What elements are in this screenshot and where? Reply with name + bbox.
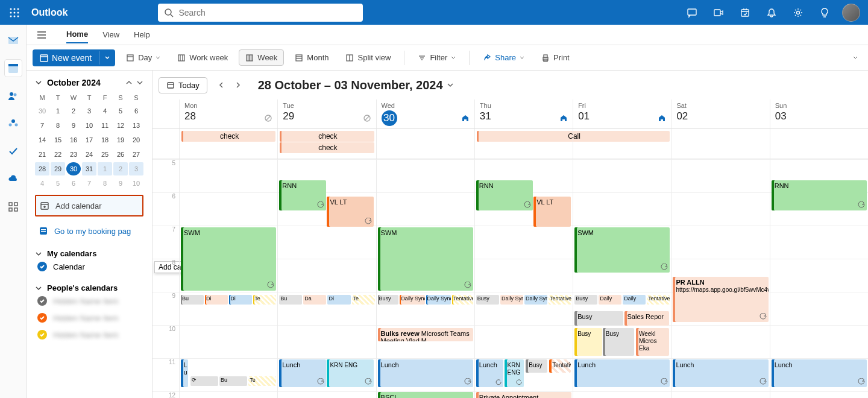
- today-button[interactable]: Today: [159, 77, 207, 93]
- mini-cal-day[interactable]: 18: [98, 133, 112, 147]
- mini-cal-day[interactable]: 2: [113, 162, 128, 175]
- date-range[interactable]: 28 October – 03 November, 2024: [258, 78, 454, 92]
- settings-icon[interactable]: [786, 0, 810, 25]
- mini-cal-day[interactable]: 2: [66, 104, 81, 118]
- day-column-tue[interactable]: RNN VL LT Bu Da Di Te Lunch KRN ENG: [277, 159, 376, 398]
- event[interactable]: Sales Repor: [624, 311, 670, 326]
- tips-icon[interactable]: [813, 0, 837, 25]
- day-column-thu[interactable]: RNN VL LT Busy Daily Syn Daily Syn Tenta…: [474, 159, 573, 398]
- event[interactable]: Tentative: [549, 359, 571, 373]
- mini-cal-day[interactable]: 12: [113, 119, 128, 132]
- todo-rail-icon[interactable]: [5, 143, 22, 160]
- mini-calendar[interactable]: MTWTFSS301234567891011121314151617181920…: [35, 92, 143, 190]
- share-button[interactable]: Share: [477, 50, 530, 65]
- event[interactable]: L u: [181, 359, 188, 387]
- mini-cal-day[interactable]: 6: [66, 177, 81, 190]
- allday-event[interactable]: check: [280, 142, 374, 153]
- mini-cal-day[interactable]: 5: [51, 177, 65, 190]
- mini-cal-day[interactable]: 4: [35, 177, 49, 190]
- mini-cal-day[interactable]: 16: [66, 133, 81, 147]
- my-day-icon[interactable]: [733, 0, 757, 25]
- work-week-button[interactable]: Work week: [171, 50, 234, 65]
- groups-rail-icon[interactable]: [5, 115, 22, 132]
- people-rail-icon[interactable]: [5, 87, 22, 104]
- new-event-button[interactable]: New event: [33, 49, 99, 66]
- event[interactable]: RNN: [476, 180, 533, 210]
- event[interactable]: VL LT: [327, 197, 374, 227]
- mini-cal-day[interactable]: 20: [129, 133, 143, 147]
- month-collapse-icon[interactable]: [35, 79, 42, 86]
- mini-cal-day[interactable]: 1: [98, 162, 112, 175]
- event[interactable]: Lunch: [772, 359, 867, 387]
- mini-cal-day[interactable]: 1: [51, 104, 65, 118]
- mini-cal-day[interactable]: 25: [98, 148, 112, 161]
- event[interactable]: Lunch: [476, 359, 503, 387]
- event[interactable]: Private Appointment: [476, 392, 571, 398]
- mini-cal-day[interactable]: 13: [129, 119, 143, 132]
- day-column-sat[interactable]: PR ALLNhttps://maps.app.goo.gl/bf5wvMc4w…: [671, 159, 769, 398]
- event[interactable]: VL LT: [533, 197, 571, 227]
- event[interactable]: RNN: [279, 180, 326, 210]
- mini-cal-day[interactable]: 10: [129, 177, 143, 190]
- mini-cal-day[interactable]: 3: [129, 162, 143, 175]
- search-field[interactable]: [178, 8, 357, 17]
- next-month-icon[interactable]: [135, 78, 143, 87]
- event[interactable]: Lunch: [673, 359, 768, 387]
- add-calendar-link[interactable]: Add calendar: [35, 195, 143, 216]
- mini-cal-day[interactable]: 24: [82, 148, 96, 161]
- event[interactable]: WeeklMicros Eka: [636, 328, 669, 356]
- event[interactable]: Busy: [526, 359, 547, 373]
- mini-cal-day[interactable]: 7: [82, 177, 96, 190]
- mini-cal-day[interactable]: 30: [35, 104, 49, 118]
- event[interactable]: KRN ENG: [505, 359, 524, 387]
- allday-event[interactable]: check: [280, 131, 374, 142]
- mini-cal-day[interactable]: 14: [35, 133, 49, 147]
- calendar-item[interactable]: Calendar: [35, 258, 143, 275]
- notifications-icon[interactable]: [760, 0, 784, 25]
- ribbon-expand-icon[interactable]: [852, 55, 862, 61]
- month-view-button[interactable]: Month: [289, 50, 335, 65]
- onedrive-rail-icon[interactable]: [5, 171, 22, 188]
- booking-page-link[interactable]: Go to my booking pag: [35, 221, 143, 241]
- event[interactable]: RNN: [772, 180, 867, 210]
- mini-cal-day[interactable]: 30: [66, 162, 81, 175]
- tab-help[interactable]: Help: [134, 27, 150, 43]
- mini-cal-day[interactable]: 15: [51, 133, 65, 147]
- day-column-mon[interactable]: SWM Bu Di Di Te L u ⟳ Bu Te: [179, 159, 277, 398]
- prev-week-button[interactable]: [213, 77, 229, 93]
- week-view-button[interactable]: Week: [239, 49, 284, 66]
- people-calendar-item[interactable]: Hidden Name Item: [35, 309, 143, 326]
- event[interactable]: SWM: [574, 227, 670, 273]
- people-calendar-item[interactable]: Hidden Name Item: [35, 292, 143, 309]
- tab-view[interactable]: View: [102, 27, 119, 43]
- day-column-sun[interactable]: RNN Lunch: [770, 159, 868, 398]
- event[interactable]: Busy: [574, 328, 602, 356]
- mini-cal-day[interactable]: 29: [51, 162, 65, 175]
- mini-cal-day[interactable]: 6: [129, 104, 143, 118]
- teams-chat-icon[interactable]: [680, 0, 704, 25]
- mini-cal-day[interactable]: 3: [82, 104, 96, 118]
- allday-event[interactable]: check: [181, 131, 275, 142]
- hamburger-icon[interactable]: [36, 30, 47, 40]
- event[interactable]: KRN ENG: [327, 359, 374, 387]
- mini-cal-day[interactable]: 9: [113, 177, 128, 190]
- day-column-wed[interactable]: SWM Busy Daily Sync Daily Sync Tentative…: [376, 159, 474, 398]
- event[interactable]: Busy: [603, 328, 634, 356]
- mini-cal-day[interactable]: 22: [51, 148, 65, 161]
- next-week-button[interactable]: [230, 77, 246, 93]
- mini-cal-day[interactable]: 19: [113, 133, 128, 147]
- event[interactable]: Lunch: [378, 359, 473, 387]
- mini-cal-day[interactable]: 26: [113, 148, 128, 161]
- prev-month-icon[interactable]: [124, 78, 133, 87]
- mini-cal-day[interactable]: 8: [98, 177, 112, 190]
- mini-cal-day[interactable]: 8: [51, 119, 65, 132]
- mini-cal-day[interactable]: 7: [35, 119, 49, 132]
- event[interactable]: SWM: [378, 227, 473, 291]
- people-calendars-group[interactable]: People's calendars: [35, 283, 143, 292]
- tab-home[interactable]: Home: [66, 26, 88, 43]
- mini-cal-day[interactable]: 10: [82, 119, 96, 132]
- my-calendars-group[interactable]: My calendars: [35, 249, 143, 258]
- calendar-rail-icon[interactable]: [5, 60, 22, 77]
- more-apps-rail-icon[interactable]: [5, 198, 22, 215]
- event[interactable]: Lunch: [279, 359, 326, 387]
